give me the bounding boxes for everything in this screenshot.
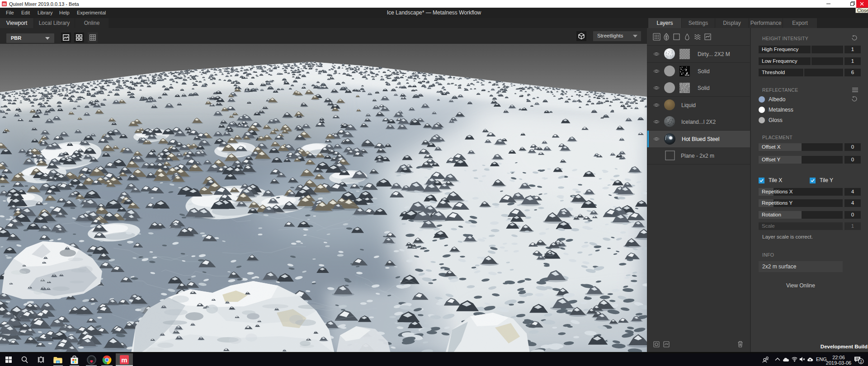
svg-text:m: m: [121, 356, 127, 364]
svg-text:2: 2: [860, 359, 862, 364]
svg-text:m: m: [3, 2, 6, 6]
